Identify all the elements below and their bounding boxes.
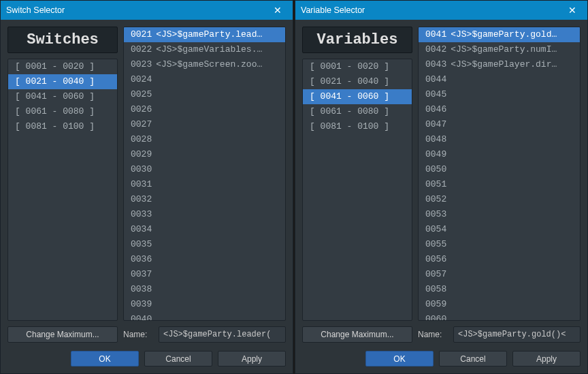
window-title: Switch Selector	[6, 5, 268, 15]
list-item[interactable]: 0037	[124, 267, 285, 282]
range-item[interactable]: [ 0001 - 0020 ]	[303, 59, 412, 74]
change-maximum-button[interactable]: Change Maximum...	[7, 326, 118, 343]
range-item[interactable]: [ 0081 - 0100 ]	[303, 119, 412, 134]
range-item[interactable]: [ 0021 - 0040 ]	[303, 74, 412, 89]
close-icon[interactable]: ✕	[268, 1, 287, 20]
list-item[interactable]: 0056	[419, 252, 580, 267]
change-maximum-button[interactable]: Change Maximum...	[302, 326, 412, 343]
list-item[interactable]: 0024	[124, 72, 285, 87]
range-item[interactable]: [ 0061 - 0080 ]	[8, 104, 117, 119]
list-item[interactable]: 0030	[124, 162, 285, 177]
item-number: 0039	[131, 299, 152, 309]
list-item[interactable]: 0058	[419, 282, 580, 297]
list-item[interactable]: 0043<JS>$gamePlayer.dir…	[419, 57, 580, 72]
item-number: 0053	[425, 209, 446, 219]
list-item[interactable]: 0046	[419, 102, 580, 117]
item-number: 0036	[131, 254, 152, 264]
cancel-button[interactable]: Cancel	[439, 351, 507, 367]
item-number: 0040	[131, 314, 152, 321]
list-item[interactable]: 0060	[419, 312, 580, 321]
list-item[interactable]: 0055	[419, 237, 580, 252]
item-number: 0042	[425, 44, 446, 54]
close-icon[interactable]: ✕	[563, 1, 582, 20]
list-item[interactable]: 0022<JS>$gameVariables.…	[124, 42, 285, 57]
list-item[interactable]: 0052	[419, 192, 580, 207]
window-title: Variable Selector	[301, 5, 563, 15]
item-number: 0021	[131, 29, 152, 40]
item-number: 0031	[131, 179, 152, 189]
item-number: 0038	[131, 284, 152, 294]
list-item[interactable]: 0040	[124, 312, 285, 321]
list-item[interactable]: 0042<JS>$gameParty.numI…	[419, 42, 580, 57]
item-number: 0046	[425, 104, 446, 114]
range-item[interactable]: [ 0021 - 0040 ]	[8, 74, 117, 89]
range-item[interactable]: [ 0001 - 0020 ]	[8, 59, 117, 74]
list-item[interactable]: 0033	[124, 207, 285, 222]
item-number: 0029	[131, 149, 152, 159]
range-item[interactable]: [ 0041 - 0060 ]	[303, 89, 412, 104]
item-number: 0047	[425, 119, 446, 129]
list-item[interactable]: 0051	[419, 177, 580, 192]
dialog-footer: OK Cancel Apply	[1, 347, 293, 373]
panel-title: Variables	[302, 27, 412, 53]
list-item[interactable]: 0059	[419, 297, 580, 312]
range-item[interactable]: [ 0081 - 0100 ]	[8, 119, 117, 134]
ok-button[interactable]: OK	[365, 351, 434, 367]
list-item[interactable]: 0023<JS>$gameScreen.zoo…	[124, 57, 285, 72]
list-item[interactable]: 0032	[124, 192, 285, 207]
apply-button[interactable]: Apply	[218, 351, 286, 367]
list-item[interactable]: 0048	[419, 132, 580, 147]
list-item[interactable]: 0050	[419, 162, 580, 177]
list-item[interactable]: 0047	[419, 117, 580, 132]
list-item[interactable]: 0057	[419, 267, 580, 282]
item-listbox[interactable]: 0021<JS>$gameParty.lead…0022<JS>$gameVar…	[123, 27, 286, 321]
range-listbox[interactable]: [ 0001 - 0020 ][ 0021 - 0040 ][ 0041 - 0…	[302, 59, 412, 321]
item-number: 0035	[131, 239, 152, 249]
name-input[interactable]	[453, 326, 581, 343]
window-body: Variables [ 0001 - 0020 ][ 0021 - 0040 ]…	[295, 20, 587, 347]
list-item[interactable]: 0054	[419, 222, 580, 237]
list-item[interactable]: 0028	[124, 132, 285, 147]
list-item[interactable]: 0044	[419, 72, 580, 87]
list-item[interactable]: 0026	[124, 102, 285, 117]
range-item[interactable]: [ 0061 - 0080 ]	[303, 104, 412, 119]
list-item[interactable]: 0021<JS>$gameParty.lead…	[124, 27, 285, 42]
ok-button[interactable]: OK	[71, 351, 139, 367]
list-item[interactable]: 0039	[124, 297, 285, 312]
list-item[interactable]: 0034	[124, 222, 285, 237]
list-item[interactable]: 0025	[124, 87, 285, 102]
list-item[interactable]: 0035	[124, 237, 285, 252]
list-item[interactable]: 0027	[124, 117, 285, 132]
titlebar[interactable]: Variable Selector ✕	[295, 1, 587, 20]
list-item[interactable]: 0036	[124, 252, 285, 267]
item-number: 0025	[131, 89, 152, 99]
name-input[interactable]	[159, 326, 286, 343]
item-number: 0037	[131, 269, 152, 279]
list-item[interactable]: 0029	[124, 147, 285, 162]
list-item[interactable]: 0038	[124, 282, 285, 297]
list-item[interactable]: 0041<JS>$gameParty.gold…	[419, 27, 580, 42]
cancel-button[interactable]: Cancel	[144, 351, 212, 367]
item-number: 0059	[425, 299, 446, 309]
apply-button[interactable]: Apply	[512, 351, 581, 367]
item-listbox[interactable]: 0041<JS>$gameParty.gold…0042<JS>$gamePar…	[418, 27, 581, 321]
item-number: 0024	[131, 74, 152, 84]
list-item[interactable]: 0031	[124, 177, 285, 192]
list-item[interactable]: 0045	[419, 87, 580, 102]
item-number: 0022	[131, 44, 152, 54]
item-number: 0049	[425, 149, 446, 159]
item-number: 0023	[131, 59, 152, 69]
item-number: 0055	[425, 239, 446, 249]
item-number: 0054	[425, 224, 446, 234]
range-item[interactable]: [ 0041 - 0060 ]	[8, 89, 117, 104]
item-number: 0050	[425, 164, 446, 174]
item-number: 0030	[131, 164, 152, 174]
list-item[interactable]: 0053	[419, 207, 580, 222]
item-name: <JS>$gameParty.gold…	[451, 29, 557, 40]
item-number: 0048	[425, 134, 446, 144]
titlebar[interactable]: Switch Selector ✕	[1, 1, 293, 20]
range-listbox[interactable]: [ 0001 - 0020 ][ 0021 - 0040 ][ 0041 - 0…	[7, 59, 118, 321]
item-number: 0043	[425, 59, 446, 69]
list-item[interactable]: 0049	[419, 147, 580, 162]
variable-selector-window: Variable Selector ✕ Variables [ 0001 - 0…	[295, 0, 588, 374]
